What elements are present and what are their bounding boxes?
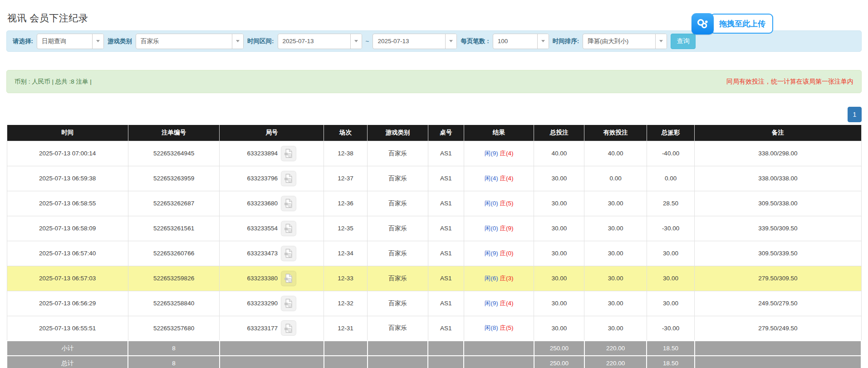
- cell-game-type: 百家乐: [368, 166, 428, 191]
- cell-bet-id: 522653263959: [128, 166, 219, 191]
- video-replay-button[interactable]: [281, 246, 296, 261]
- cell-round-id: 633233796: [220, 166, 324, 191]
- game-type-value: 百家乐: [136, 37, 232, 45]
- footer-result-empty: [464, 356, 534, 368]
- table-row: 2025-07-13 06:57:03522653259826633233380…: [7, 266, 861, 291]
- cell-game-type: 百家乐: [368, 291, 428, 316]
- video-replay-button[interactable]: [281, 221, 296, 236]
- table-row: 2025-07-13 06:56:29522653258840633233290…: [7, 291, 861, 316]
- cell-time: 2025-07-13 06:56:29: [7, 291, 128, 316]
- cell-bet-id: 522653264945: [128, 141, 219, 166]
- cell-remark: 279.50/309.50: [695, 266, 861, 291]
- cell-time: 2025-07-13 06:55:51: [7, 316, 128, 341]
- upload-dropzone[interactable]: 拖拽至此上传: [691, 13, 773, 35]
- video-replay-button[interactable]: [281, 146, 296, 161]
- cell-valid-bet: 30.00: [584, 191, 647, 216]
- table-row: 2025-07-13 06:58:55522653262687633233680…: [7, 191, 861, 216]
- col-header-round-id: 局号: [220, 125, 324, 141]
- cell-result: 闲(0) 庄(5): [464, 191, 534, 216]
- result-banker: 庄(3): [500, 275, 513, 282]
- footer-payout: 18.50: [647, 341, 694, 356]
- time-range-label: 时间区间:: [247, 37, 274, 45]
- cell-round-id: 633233473: [220, 241, 324, 266]
- range-separator: ~: [366, 38, 369, 45]
- video-replay-button[interactable]: [281, 296, 296, 311]
- cell-total-bet[interactable]: 30.00: [534, 266, 584, 291]
- cell-bet-id: 522653258840: [128, 291, 219, 316]
- cell-payout: 0.00: [647, 166, 694, 191]
- cell-table-id: AS1: [428, 166, 464, 191]
- grand-total-row: 总计8250.00220.0018.50: [7, 356, 861, 368]
- footer-table-empty: [428, 341, 464, 356]
- cell-payout: 30.00: [647, 241, 694, 266]
- cell-session: 12-37: [324, 166, 368, 191]
- cell-total-bet[interactable]: 30.00: [534, 316, 584, 341]
- col-header-game-type: 游戏类别: [368, 125, 428, 141]
- footer-payout: 18.50: [647, 356, 694, 368]
- round-id-text: 633233473: [247, 250, 278, 257]
- game-type-select[interactable]: 百家乐: [136, 34, 244, 49]
- cell-game-type: 百家乐: [368, 266, 428, 291]
- video-replay-button[interactable]: [281, 271, 296, 286]
- round-id-text: 633233796: [247, 175, 278, 182]
- cell-total-bet[interactable]: 30.00: [534, 216, 584, 241]
- cell-valid-bet: 30.00: [584, 291, 647, 316]
- time-sort-select[interactable]: 降冪(由大到小): [583, 34, 667, 49]
- round-id-text: 633233380: [247, 275, 278, 282]
- chevron-down-icon: [350, 34, 362, 49]
- cell-total-bet[interactable]: 40.00: [534, 141, 584, 166]
- cell-game-type: 百家乐: [368, 216, 428, 241]
- cell-time: 2025-07-13 07:00:14: [7, 141, 128, 166]
- footer-table-empty: [428, 356, 464, 368]
- pagination: 1: [6, 107, 862, 122]
- round-id-text: 633233894: [247, 150, 278, 157]
- video-replay-button[interactable]: [281, 196, 296, 211]
- date-to-select[interactable]: 2025-07-13: [373, 34, 457, 49]
- cell-bet-id: 522653261561: [128, 216, 219, 241]
- cell-payout: -40.00: [647, 141, 694, 166]
- cell-valid-bet: 30.00: [584, 316, 647, 341]
- query-type-select[interactable]: 日期查询: [37, 34, 104, 49]
- col-header-total-bet: 总投注: [534, 125, 584, 141]
- cell-payout: 30.00: [647, 266, 694, 291]
- cell-game-type: 百家乐: [368, 141, 428, 166]
- table-row: 2025-07-13 07:00:14522653264945633233894…: [7, 141, 861, 166]
- footer-label: 小计: [7, 341, 128, 356]
- cell-game-type: 百家乐: [368, 316, 428, 341]
- cell-total-bet[interactable]: 30.00: [534, 191, 584, 216]
- cell-total-bet[interactable]: 30.00: [534, 241, 584, 266]
- col-header-time: 时间: [7, 125, 128, 141]
- result-player: 闲(9): [485, 300, 498, 307]
- cell-valid-bet: 30.00: [584, 241, 647, 266]
- round-id-text: 633233554: [247, 225, 278, 232]
- col-header-result: 结果: [464, 125, 534, 141]
- cell-session: 12-33: [324, 266, 368, 291]
- cell-valid-bet: 30.00: [584, 266, 647, 291]
- cell-session: 12-38: [324, 141, 368, 166]
- summary-bar: 币别 : 人民币 | 总共 :8 注单 | 同局有效投注，统一计算在该局第一张注…: [6, 70, 862, 93]
- footer-game-empty: [368, 341, 428, 356]
- result-player: 闲(9): [485, 250, 498, 257]
- cell-total-bet[interactable]: 30.00: [534, 166, 584, 191]
- date-to-value: 2025-07-13: [373, 38, 445, 45]
- footer-total-bet: 250.00: [534, 341, 584, 356]
- cell-session: 12-31: [324, 316, 368, 341]
- per-page-select[interactable]: 100: [493, 34, 549, 49]
- date-from-select[interactable]: 2025-07-13: [278, 34, 362, 49]
- cell-time: 2025-07-13 06:58:55: [7, 191, 128, 216]
- search-button[interactable]: 查询: [671, 34, 696, 49]
- chevron-down-icon: [655, 34, 667, 49]
- table-row: 2025-07-13 06:55:51522653257680633233177…: [7, 316, 861, 341]
- cell-remark: 338.00/338.00: [695, 166, 861, 191]
- video-replay-button[interactable]: [281, 320, 296, 336]
- cell-total-bet[interactable]: 30.00: [534, 291, 584, 316]
- video-replay-button[interactable]: [281, 171, 296, 186]
- subtotal-row: 小计8250.00220.0018.50: [7, 341, 861, 356]
- cell-table-id: AS1: [428, 141, 464, 166]
- cell-result: 闲(9) 庄(4): [464, 141, 534, 166]
- cell-time: 2025-07-13 06:59:38: [7, 166, 128, 191]
- pagination-page-1[interactable]: 1: [848, 107, 862, 122]
- cell-session: 12-32: [324, 291, 368, 316]
- cell-table-id: AS1: [428, 241, 464, 266]
- cell-table-id: AS1: [428, 216, 464, 241]
